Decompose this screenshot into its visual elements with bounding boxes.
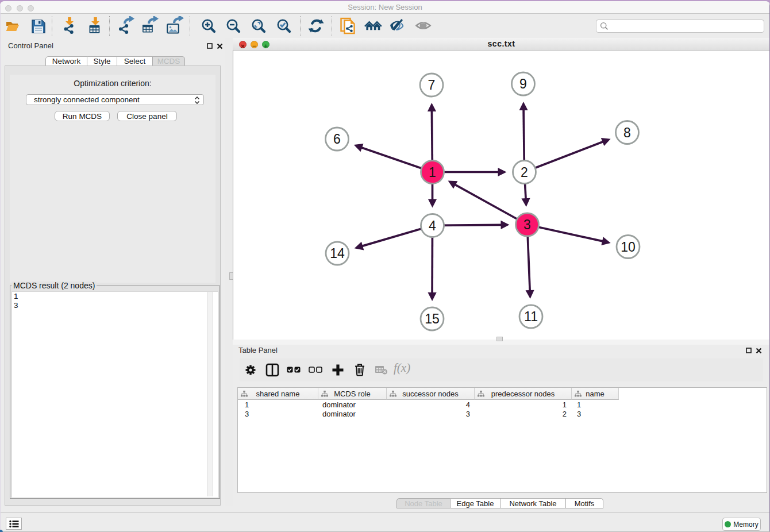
svg-text:4: 4 xyxy=(429,218,436,233)
svg-text:10: 10 xyxy=(621,240,636,255)
svg-text:9: 9 xyxy=(519,76,527,91)
svg-text:7: 7 xyxy=(428,78,436,92)
svg-text:6: 6 xyxy=(333,132,341,147)
svg-text:1: 1 xyxy=(429,165,436,180)
svg-text:14: 14 xyxy=(330,246,345,261)
svg-text:2: 2 xyxy=(521,165,528,180)
svg-text:8: 8 xyxy=(623,125,631,140)
svg-text:15: 15 xyxy=(425,311,440,326)
svg-text:3: 3 xyxy=(523,217,531,232)
svg-text:11: 11 xyxy=(524,309,538,324)
